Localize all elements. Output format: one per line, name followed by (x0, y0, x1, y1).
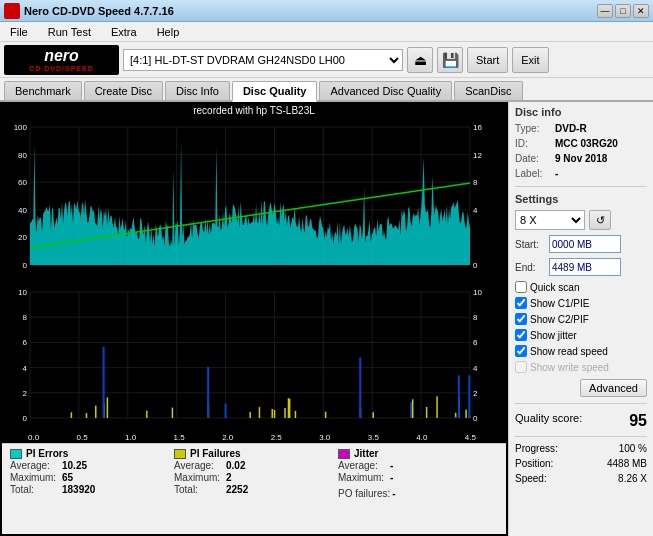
start-input[interactable] (549, 235, 621, 253)
quick-scan-label: Quick scan (530, 282, 579, 293)
pi-errors-header: PI Errors (10, 448, 170, 459)
eject-button[interactable]: ⏏ (407, 47, 433, 73)
advanced-button[interactable]: Advanced (580, 379, 647, 397)
tab-disc-info[interactable]: Disc Info (165, 81, 230, 100)
divider-3 (515, 436, 647, 437)
show-write-speed-checkbox[interactable] (515, 361, 527, 373)
pi-failures-column: PI Failures Average: 0.02 Maximum: 2 Tot… (174, 448, 334, 530)
titlebar: N Nero CD-DVD Speed 4.7.7.16 — □ ✕ (0, 0, 653, 22)
progress-label: Progress: (515, 443, 558, 454)
jitter-header: Jitter (338, 448, 498, 459)
show-c1pie-row: Show C1/PIE (515, 297, 647, 309)
jitter-max-label: Maximum: (338, 472, 388, 483)
jitter-label: Jitter (354, 448, 378, 459)
show-c1pie-checkbox[interactable] (515, 297, 527, 309)
recorded-label: recorded with hp TS-LB23L (2, 104, 506, 117)
show-jitter-label: Show jitter (530, 330, 577, 341)
speed-row: 8 X ↺ (515, 210, 647, 230)
pi-errors-avg-row: Average: 10.25 (10, 460, 170, 471)
type-value: DVD-R (555, 123, 587, 134)
quality-score-row: Quality score: 95 (515, 412, 647, 430)
tab-create-disc[interactable]: Create Disc (84, 81, 163, 100)
show-c2pif-checkbox[interactable] (515, 313, 527, 325)
id-label: ID: (515, 138, 553, 149)
pi-failures-label: PI Failures (190, 448, 241, 459)
x-axis: 0.0 0.5 1.0 1.5 2.0 2.5 3.0 3.5 4.0 4.5 (2, 432, 506, 443)
show-jitter-row: Show jitter (515, 329, 647, 341)
progress-value: 100 % (619, 443, 647, 454)
id-row: ID: MCC 03RG20 (515, 138, 647, 149)
menubar: File Run Test Extra Help (0, 22, 653, 42)
save-button[interactable]: 💾 (437, 47, 463, 73)
titlebar-buttons: — □ ✕ (597, 4, 649, 18)
speed-result-row: Speed: 8.26 X (515, 473, 647, 484)
maximize-button[interactable]: □ (615, 4, 631, 18)
menu-file[interactable]: File (4, 24, 34, 40)
show-read-speed-label: Show read speed (530, 346, 608, 357)
end-input[interactable] (549, 258, 621, 276)
menu-extra[interactable]: Extra (105, 24, 143, 40)
pi-errors-total-label: Total: (10, 484, 60, 495)
start-row: Start: (515, 235, 647, 253)
jitter-avg-value: - (390, 460, 393, 471)
menu-run-test[interactable]: Run Test (42, 24, 97, 40)
pi-errors-column: PI Errors Average: 10.25 Maximum: 65 Tot… (10, 448, 170, 530)
end-label: End: (515, 262, 545, 273)
jitter-avg-label: Average: (338, 460, 388, 471)
pi-errors-total-value: 183920 (62, 484, 95, 495)
main-content: recorded with hp TS-LB23L 0.0 0.5 1.0 1.… (0, 102, 653, 536)
show-jitter-checkbox[interactable] (515, 329, 527, 341)
bottom-chart-canvas (2, 284, 492, 432)
pi-errors-avg-value: 10.25 (62, 460, 87, 471)
pi-errors-max-value: 65 (62, 472, 73, 483)
show-c2pif-row: Show C2/PIF (515, 313, 647, 325)
pi-failures-avg-row: Average: 0.02 (174, 460, 334, 471)
disc-label-label: Label: (515, 168, 553, 179)
tabbar: Benchmark Create Disc Disc Info Disc Qua… (0, 78, 653, 102)
tab-advanced-disc-quality[interactable]: Advanced Disc Quality (319, 81, 452, 100)
pi-failures-header: PI Failures (174, 448, 334, 459)
chart-top (2, 119, 506, 279)
pi-errors-max-label: Maximum: (10, 472, 60, 483)
menu-help[interactable]: Help (151, 24, 186, 40)
settings-title: Settings (515, 193, 647, 205)
tab-scan-disc[interactable]: ScanDisc (454, 81, 522, 100)
drive-selector[interactable]: [4:1] HL-DT-ST DVDRAM GH24NSD0 LH00 (123, 49, 403, 71)
pi-errors-total-row: Total: 183920 (10, 484, 170, 495)
tab-disc-quality[interactable]: Disc Quality (232, 81, 318, 102)
show-read-speed-checkbox[interactable] (515, 345, 527, 357)
show-write-speed-label: Show write speed (530, 362, 609, 373)
position-row: Position: 4488 MB (515, 458, 647, 469)
pi-failures-max-row: Maximum: 2 (174, 472, 334, 483)
start-button[interactable]: Start (467, 47, 508, 73)
jitter-max-row: Maximum: - (338, 472, 498, 483)
show-write-speed-row: Show write speed (515, 361, 647, 373)
speed-selector[interactable]: 8 X (515, 210, 585, 230)
minimize-button[interactable]: — (597, 4, 613, 18)
pi-failures-max-value: 2 (226, 472, 232, 483)
titlebar-title: Nero CD-DVD Speed 4.7.7.16 (24, 5, 174, 17)
position-value: 4488 MB (607, 458, 647, 469)
tab-benchmark[interactable]: Benchmark (4, 81, 82, 100)
type-label: Type: (515, 123, 553, 134)
refresh-button[interactable]: ↺ (589, 210, 611, 230)
po-failures-label: PO failures: (338, 488, 390, 499)
jitter-max-value: - (390, 472, 393, 483)
pi-failures-legend (174, 449, 186, 459)
pi-errors-avg-label: Average: (10, 460, 60, 471)
speed-result-label: Speed: (515, 473, 547, 484)
divider-1 (515, 186, 647, 187)
progress-row: Progress: 100 % (515, 443, 647, 454)
quick-scan-checkbox[interactable] (515, 281, 527, 293)
id-value: MCC 03RG20 (555, 138, 618, 149)
close-button[interactable]: ✕ (633, 4, 649, 18)
nero-logo-sub: CD·DVD/SPEED (29, 65, 94, 72)
divider-2 (515, 403, 647, 404)
pi-failures-total-label: Total: (174, 484, 224, 495)
exit-button[interactable]: Exit (512, 47, 548, 73)
show-read-speed-row: Show read speed (515, 345, 647, 357)
jitter-legend (338, 449, 350, 459)
disc-label-value: - (555, 168, 558, 179)
quality-score-value: 95 (629, 412, 647, 430)
disc-info-title: Disc info (515, 106, 647, 118)
